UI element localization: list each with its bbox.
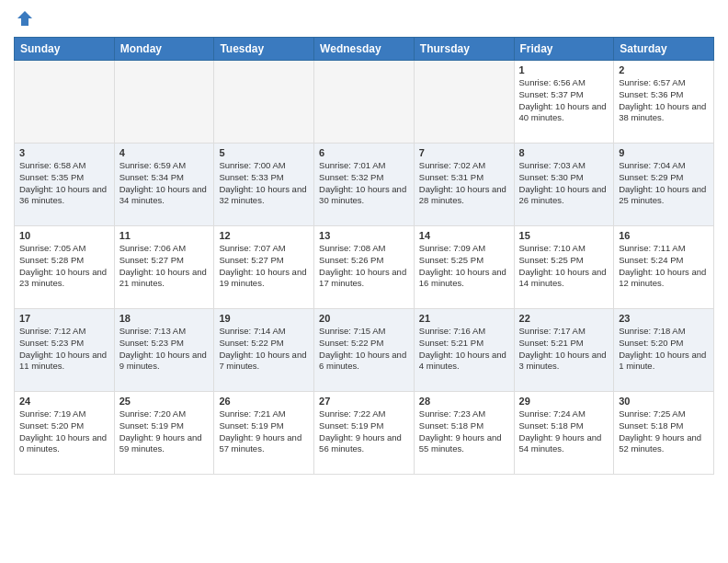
calendar-cell: 29Sunrise: 7:24 AM Sunset: 5:18 PM Dayli… bbox=[514, 392, 614, 475]
day-number: 6 bbox=[319, 147, 409, 158]
weekday-header-friday: Friday bbox=[514, 38, 614, 61]
day-info: Sunrise: 7:15 AM Sunset: 5:22 PM Dayligh… bbox=[319, 326, 409, 373]
calendar-week-3: 10Sunrise: 7:05 AM Sunset: 5:28 PM Dayli… bbox=[15, 226, 714, 309]
calendar-cell: 13Sunrise: 7:08 AM Sunset: 5:26 PM Dayli… bbox=[314, 226, 415, 309]
day-info: Sunrise: 7:19 AM Sunset: 5:20 PM Dayligh… bbox=[19, 408, 109, 455]
day-info: Sunrise: 7:06 AM Sunset: 5:27 PM Dayligh… bbox=[119, 243, 210, 290]
day-info: Sunrise: 7:08 AM Sunset: 5:26 PM Dayligh… bbox=[319, 243, 409, 290]
day-info: Sunrise: 7:03 AM Sunset: 5:30 PM Dayligh… bbox=[519, 160, 609, 207]
day-number: 21 bbox=[419, 313, 509, 324]
logo-icon bbox=[16, 9, 34, 28]
day-number: 28 bbox=[419, 396, 509, 407]
weekday-header-saturday: Saturday bbox=[614, 38, 714, 61]
calendar-table: SundayMondayTuesdayWednesdayThursdayFrid… bbox=[14, 37, 714, 475]
day-info: Sunrise: 6:59 AM Sunset: 5:34 PM Dayligh… bbox=[119, 160, 210, 207]
day-number: 18 bbox=[119, 313, 210, 324]
calendar-cell bbox=[15, 61, 115, 144]
calendar-cell: 3Sunrise: 6:58 AM Sunset: 5:35 PM Daylig… bbox=[15, 144, 115, 226]
calendar-cell bbox=[114, 61, 214, 144]
calendar-cell: 5Sunrise: 7:00 AM Sunset: 5:33 PM Daylig… bbox=[214, 144, 314, 226]
calendar-cell: 17Sunrise: 7:12 AM Sunset: 5:23 PM Dayli… bbox=[15, 309, 115, 392]
day-info: Sunrise: 7:14 AM Sunset: 5:22 PM Dayligh… bbox=[219, 326, 309, 373]
calendar-week-5: 24Sunrise: 7:19 AM Sunset: 5:20 PM Dayli… bbox=[15, 392, 714, 475]
calendar-cell: 10Sunrise: 7:05 AM Sunset: 5:28 PM Dayli… bbox=[15, 226, 115, 309]
calendar-cell: 16Sunrise: 7:11 AM Sunset: 5:24 PM Dayli… bbox=[614, 226, 714, 309]
calendar-cell: 2Sunrise: 6:57 AM Sunset: 5:36 PM Daylig… bbox=[614, 61, 714, 144]
day-number: 15 bbox=[519, 230, 609, 241]
day-number: 10 bbox=[19, 230, 109, 241]
day-number: 24 bbox=[19, 396, 109, 407]
weekday-header-sunday: Sunday bbox=[15, 38, 115, 61]
day-info: Sunrise: 7:23 AM Sunset: 5:18 PM Dayligh… bbox=[419, 408, 509, 455]
calendar-cell: 4Sunrise: 6:59 AM Sunset: 5:34 PM Daylig… bbox=[114, 144, 214, 226]
day-number: 7 bbox=[419, 147, 509, 158]
day-number: 17 bbox=[19, 313, 109, 324]
calendar-cell: 21Sunrise: 7:16 AM Sunset: 5:21 PM Dayli… bbox=[414, 309, 514, 392]
day-info: Sunrise: 7:02 AM Sunset: 5:31 PM Dayligh… bbox=[419, 160, 509, 207]
day-info: Sunrise: 7:04 AM Sunset: 5:29 PM Dayligh… bbox=[619, 160, 709, 207]
calendar-cell: 20Sunrise: 7:15 AM Sunset: 5:22 PM Dayli… bbox=[314, 309, 415, 392]
day-number: 5 bbox=[219, 147, 309, 158]
day-number: 29 bbox=[519, 396, 609, 407]
day-number: 25 bbox=[119, 396, 210, 407]
calendar-cell: 7Sunrise: 7:02 AM Sunset: 5:31 PM Daylig… bbox=[414, 144, 514, 226]
day-info: Sunrise: 7:10 AM Sunset: 5:25 PM Dayligh… bbox=[519, 243, 609, 290]
day-number: 13 bbox=[319, 230, 409, 241]
calendar-cell: 15Sunrise: 7:10 AM Sunset: 5:25 PM Dayli… bbox=[514, 226, 614, 309]
day-info: Sunrise: 7:22 AM Sunset: 5:19 PM Dayligh… bbox=[319, 408, 409, 455]
logo bbox=[14, 9, 34, 28]
day-number: 22 bbox=[519, 313, 609, 324]
day-info: Sunrise: 7:18 AM Sunset: 5:20 PM Dayligh… bbox=[619, 326, 709, 373]
day-info: Sunrise: 6:58 AM Sunset: 5:35 PM Dayligh… bbox=[19, 160, 109, 207]
calendar-cell: 12Sunrise: 7:07 AM Sunset: 5:27 PM Dayli… bbox=[214, 226, 314, 309]
calendar-cell: 25Sunrise: 7:20 AM Sunset: 5:19 PM Dayli… bbox=[114, 392, 214, 475]
day-number: 11 bbox=[119, 230, 210, 241]
day-number: 12 bbox=[219, 230, 309, 241]
day-info: Sunrise: 7:07 AM Sunset: 5:27 PM Dayligh… bbox=[219, 243, 309, 290]
calendar-cell: 24Sunrise: 7:19 AM Sunset: 5:20 PM Dayli… bbox=[15, 392, 115, 475]
day-number: 9 bbox=[619, 147, 709, 158]
calendar-week-4: 17Sunrise: 7:12 AM Sunset: 5:23 PM Dayli… bbox=[15, 309, 714, 392]
calendar-cell: 18Sunrise: 7:13 AM Sunset: 5:23 PM Dayli… bbox=[114, 309, 214, 392]
day-info: Sunrise: 7:20 AM Sunset: 5:19 PM Dayligh… bbox=[119, 408, 210, 455]
day-number: 20 bbox=[319, 313, 409, 324]
day-number: 16 bbox=[619, 230, 709, 241]
day-number: 23 bbox=[619, 313, 709, 324]
day-info: Sunrise: 7:01 AM Sunset: 5:32 PM Dayligh… bbox=[319, 160, 409, 207]
calendar-cell: 8Sunrise: 7:03 AM Sunset: 5:30 PM Daylig… bbox=[514, 144, 614, 226]
calendar-cell: 14Sunrise: 7:09 AM Sunset: 5:25 PM Dayli… bbox=[414, 226, 514, 309]
calendar-week-2: 3Sunrise: 6:58 AM Sunset: 5:35 PM Daylig… bbox=[15, 144, 714, 226]
day-info: Sunrise: 7:05 AM Sunset: 5:28 PM Dayligh… bbox=[19, 243, 109, 290]
day-info: Sunrise: 7:11 AM Sunset: 5:24 PM Dayligh… bbox=[619, 243, 709, 290]
calendar-cell: 1Sunrise: 6:56 AM Sunset: 5:37 PM Daylig… bbox=[514, 61, 614, 144]
day-info: Sunrise: 7:13 AM Sunset: 5:23 PM Dayligh… bbox=[119, 326, 210, 373]
calendar-cell: 19Sunrise: 7:14 AM Sunset: 5:22 PM Dayli… bbox=[214, 309, 314, 392]
day-number: 19 bbox=[219, 313, 309, 324]
calendar-cell: 22Sunrise: 7:17 AM Sunset: 5:21 PM Dayli… bbox=[514, 309, 614, 392]
day-number: 4 bbox=[119, 147, 210, 158]
day-number: 26 bbox=[219, 396, 309, 407]
calendar-cell: 28Sunrise: 7:23 AM Sunset: 5:18 PM Dayli… bbox=[414, 392, 514, 475]
day-info: Sunrise: 6:57 AM Sunset: 5:36 PM Dayligh… bbox=[619, 77, 709, 124]
calendar-cell bbox=[414, 61, 514, 144]
calendar-cell: 6Sunrise: 7:01 AM Sunset: 5:32 PM Daylig… bbox=[314, 144, 415, 226]
weekday-header-tuesday: Tuesday bbox=[214, 38, 314, 61]
day-info: Sunrise: 7:17 AM Sunset: 5:21 PM Dayligh… bbox=[519, 326, 609, 373]
calendar-cell: 11Sunrise: 7:06 AM Sunset: 5:27 PM Dayli… bbox=[114, 226, 214, 309]
day-number: 27 bbox=[319, 396, 409, 407]
svg-marker-0 bbox=[17, 11, 32, 26]
day-info: Sunrise: 7:00 AM Sunset: 5:33 PM Dayligh… bbox=[219, 160, 309, 207]
calendar-week-1: 1Sunrise: 6:56 AM Sunset: 5:37 PM Daylig… bbox=[15, 61, 714, 144]
day-info: Sunrise: 6:56 AM Sunset: 5:37 PM Dayligh… bbox=[519, 77, 609, 124]
day-number: 8 bbox=[519, 147, 609, 158]
calendar-cell bbox=[314, 61, 415, 144]
day-info: Sunrise: 7:21 AM Sunset: 5:19 PM Dayligh… bbox=[219, 408, 309, 455]
weekday-header-thursday: Thursday bbox=[414, 38, 514, 61]
day-info: Sunrise: 7:24 AM Sunset: 5:18 PM Dayligh… bbox=[519, 408, 609, 455]
day-number: 2 bbox=[619, 64, 709, 75]
page: SundayMondayTuesdayWednesdayThursdayFrid… bbox=[0, 0, 728, 488]
calendar-cell bbox=[214, 61, 314, 144]
header bbox=[14, 9, 714, 28]
calendar-cell: 9Sunrise: 7:04 AM Sunset: 5:29 PM Daylig… bbox=[614, 144, 714, 226]
day-info: Sunrise: 7:12 AM Sunset: 5:23 PM Dayligh… bbox=[19, 326, 109, 373]
